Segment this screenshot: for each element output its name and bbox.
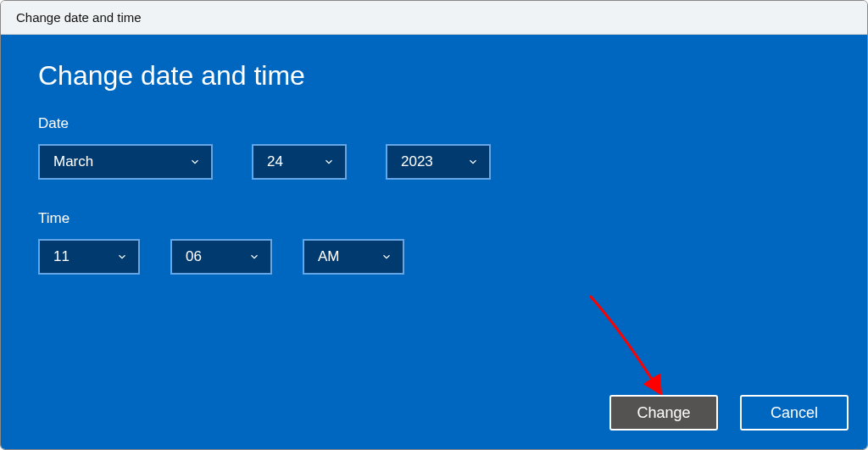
month-dropdown[interactable]: March [38, 144, 213, 180]
titlebar: Change date and time [1, 1, 867, 35]
year-value: 2023 [401, 153, 433, 170]
button-row: Change Cancel [609, 395, 849, 431]
chevron-down-icon [323, 156, 335, 168]
year-dropdown[interactable]: 2023 [386, 144, 491, 180]
hour-dropdown[interactable]: 11 [38, 239, 140, 275]
time-row: 11 06 AM [38, 239, 830, 275]
minute-dropdown[interactable]: 06 [170, 239, 272, 275]
chevron-down-icon [189, 156, 201, 168]
date-row: March 24 2023 [38, 144, 830, 180]
minute-value: 06 [186, 248, 202, 265]
chevron-down-icon [116, 251, 128, 263]
chevron-down-icon [381, 251, 392, 263]
dialog-content: Change date and time Date March 24 2023 [1, 35, 867, 449]
change-button[interactable]: Change [609, 395, 718, 431]
chevron-down-icon [467, 156, 479, 168]
day-dropdown[interactable]: 24 [252, 144, 347, 180]
change-button-label: Change [637, 404, 690, 422]
date-label: Date [38, 115, 830, 132]
hour-value: 11 [53, 248, 70, 265]
month-value: March [53, 153, 93, 170]
titlebar-text: Change date and time [16, 10, 142, 25]
cancel-button[interactable]: Cancel [740, 395, 849, 431]
time-label: Time [38, 210, 830, 227]
day-value: 24 [267, 153, 283, 170]
annotation-arrow [581, 292, 683, 410]
chevron-down-icon [248, 251, 260, 263]
ampm-value: AM [318, 248, 340, 265]
page-title: Change date and time [38, 60, 830, 92]
ampm-dropdown[interactable]: AM [303, 239, 404, 275]
cancel-button-label: Cancel [771, 404, 818, 422]
dialog-window: Change date and time Change date and tim… [0, 0, 868, 450]
